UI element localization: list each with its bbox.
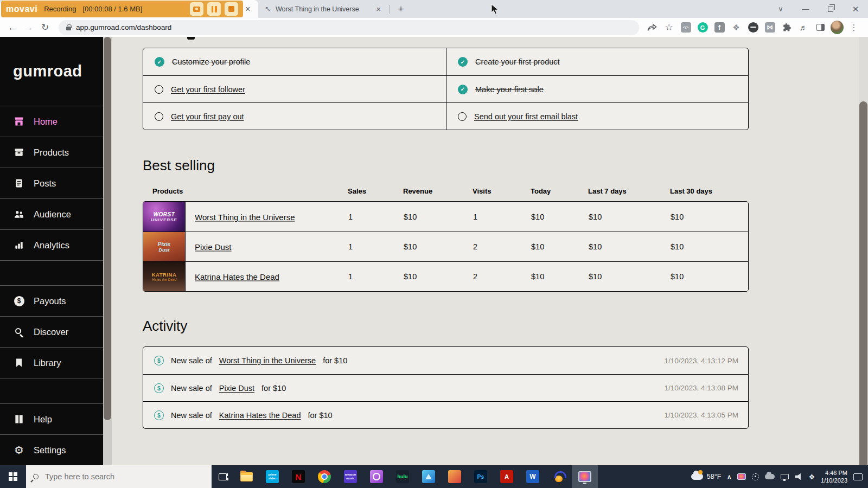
column-today: Today [531, 187, 551, 195]
extension-code[interactable]: </> [679, 21, 692, 34]
task-view-button[interactable] [212, 465, 233, 488]
sidebar-item-help[interactable]: Help [0, 403, 103, 434]
hulu-button[interactable]: hulu [390, 465, 416, 488]
page-scrollbar-thumb[interactable] [859, 101, 867, 465]
sidebar-item-posts[interactable]: Posts [0, 168, 103, 198]
product-thumbnail[interactable]: KATRINA Hates the Dead [143, 262, 186, 291]
column-sales: Sales [348, 187, 366, 195]
sidebar-scrollbar-thumb[interactable] [104, 37, 111, 420]
search-input[interactable] [45, 472, 208, 481]
action-center-icon[interactable] [853, 473, 863, 480]
avatar [831, 21, 844, 34]
stop-recording-button[interactable] [225, 2, 238, 16]
reload-button[interactable]: ↻ [38, 21, 52, 35]
lock-icon[interactable] [66, 27, 71, 30]
extension-grammarly[interactable]: G [696, 21, 709, 34]
tray-monitor-icon[interactable] [737, 473, 746, 480]
windows-taskbar: prime video N amazon music hulu Ps A W 5… [0, 465, 868, 488]
back-button[interactable]: ← [5, 21, 20, 35]
chrome-button[interactable] [311, 465, 337, 488]
pause-recording-button[interactable] [207, 2, 221, 16]
active-tab-close-button[interactable]: × [245, 0, 250, 18]
gumroad-logo[interactable]: gumroad [13, 62, 82, 80]
minimize-button[interactable]: — [793, 0, 818, 18]
acrobat-button[interactable]: A [494, 465, 520, 488]
sidebar-item-payouts[interactable]: $ Payouts [0, 285, 103, 316]
empty-circle-icon [155, 112, 163, 121]
file-explorer-button[interactable] [233, 465, 259, 488]
people-icon [14, 209, 24, 220]
sidebar-item-audience[interactable]: Audience [0, 198, 103, 229]
bookmark-star-button[interactable]: ☆ [662, 21, 675, 34]
dollar-circle-icon: $ [14, 296, 24, 306]
word-button[interactable]: W [520, 465, 546, 488]
sale-dollar-icon: $ [154, 410, 164, 420]
extension-butterfly[interactable]: ⋈ [763, 21, 776, 34]
product-thumbnail[interactable]: Pixie Dust [143, 232, 186, 261]
product-link[interactable]: Pixie Dust [195, 242, 232, 252]
extensions-menu-button[interactable] [780, 21, 793, 34]
netflix-button[interactable]: N [285, 465, 311, 488]
affinity-photo-button[interactable] [363, 465, 390, 488]
timestamp: 1/10/2023, 4:13:05 PM [664, 411, 738, 419]
tray-record-icon[interactable] [752, 473, 759, 480]
address-bar[interactable]: app.gumroad.com/dashboard [59, 20, 639, 35]
browser-menu-button[interactable]: ⋮ [847, 21, 860, 34]
media-playlist-button[interactable]: ♬ [797, 21, 810, 34]
forward-button[interactable]: → [22, 21, 36, 35]
browser-toolbar: ← → ↻ app.gumroad.com/dashboard ☆ </> G … [0, 18, 868, 37]
sidebar-item-discover[interactable]: Discover [0, 316, 103, 347]
taskbar-weather[interactable]: 58°F [691, 473, 722, 480]
affinity-publisher-button[interactable] [442, 465, 468, 488]
checklist-item[interactable]: ✓ Customize your profile [143, 48, 446, 75]
tab-search-chevron-icon[interactable]: ∨ [768, 0, 793, 18]
onedrive-icon[interactable] [765, 474, 775, 479]
product-link[interactable]: Katrina Hates the Dead [195, 272, 279, 281]
dropbox-tray-icon[interactable]: ❖ [808, 473, 815, 481]
product-link[interactable]: Pixie Dust [219, 384, 254, 393]
prime-video-icon: prime video [266, 470, 279, 483]
product-link[interactable]: Worst Thing in the Universe [219, 356, 316, 365]
product-thumbnail[interactable]: WORST UNIVERSE [143, 202, 186, 232]
last30-value: $10 [671, 242, 684, 251]
screenshot-button[interactable] [190, 2, 203, 16]
table-row: Pixie Dust Pixie Dust 1 $10 2 $10 $10 $1… [143, 232, 748, 261]
share-button[interactable] [646, 21, 659, 34]
sidebar-item-library[interactable]: Library [0, 347, 103, 378]
tray-overflow-chevron[interactable]: ∧ [727, 473, 731, 480]
restore-button[interactable] [818, 0, 843, 18]
start-button[interactable] [0, 465, 26, 488]
checklist-item[interactable]: Get your first pay out [143, 102, 446, 130]
checklist-item[interactable]: ✓ Make your first sale [446, 75, 748, 102]
taskbar-search[interactable] [26, 465, 212, 488]
extension-dropbox[interactable]: ❖ [730, 21, 743, 34]
network-icon[interactable] [781, 474, 789, 479]
new-tab-button[interactable]: + [394, 2, 408, 16]
sidebar-item-home[interactable]: Home [0, 106, 103, 137]
sidebar-item-settings[interactable]: ⚙ Settings [0, 434, 103, 465]
tab-title: Worst Thing in the Universe [276, 5, 371, 13]
sidebar-item-analytics[interactable]: Analytics [0, 229, 103, 260]
checklist-item[interactable]: Get your first follower [143, 75, 446, 102]
netflix-icon: N [292, 470, 305, 483]
tab-close-button[interactable]: × [376, 4, 381, 14]
checklist-item[interactable]: ✓ Create your first product [446, 48, 748, 75]
profile-avatar[interactable] [831, 21, 844, 34]
tab-worst-thing[interactable]: ↖ Worst Thing in the Universe × [261, 0, 384, 18]
volume-icon[interactable] [795, 473, 802, 480]
product-link[interactable]: Katrina Hates the Dead [219, 411, 301, 420]
photoshop-button[interactable]: Ps [468, 465, 494, 488]
movavi-recorder-button[interactable] [572, 465, 598, 488]
product-link[interactable]: Worst Thing in the Universe [195, 212, 295, 221]
checklist-item[interactable]: Send out your first email blast [446, 102, 748, 130]
extension-incognito[interactable] [746, 21, 760, 34]
sidebar-item-products[interactable]: Products [0, 137, 103, 168]
audacity-button[interactable] [546, 465, 572, 488]
close-button[interactable]: ✕ [843, 0, 868, 18]
prime-video-button[interactable]: prime video [259, 465, 285, 488]
side-panel-button[interactable] [814, 21, 827, 34]
amazon-music-button[interactable]: amazon music [337, 465, 363, 488]
taskbar-clock[interactable]: 4:46 PM 1/10/2023 [821, 469, 847, 485]
extension-facebook[interactable]: f [713, 21, 726, 34]
affinity-designer-button[interactable] [416, 465, 442, 488]
